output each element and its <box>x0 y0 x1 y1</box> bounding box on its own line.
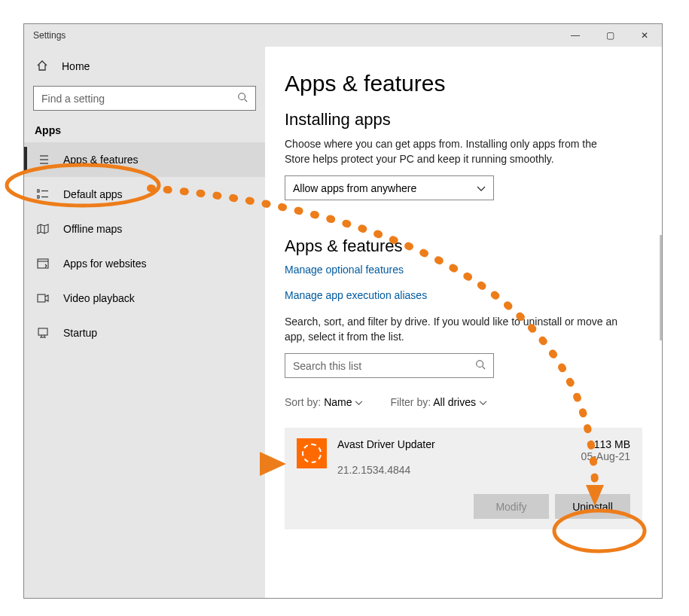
sidebar-item-apps-features[interactable]: Apps & features <box>24 142 265 177</box>
sidebar-item-apps-for-websites[interactable]: Apps for websites <box>24 246 265 281</box>
sidebar-item-label: Offline maps <box>63 223 122 235</box>
modify-button: Modify <box>474 494 549 519</box>
search-icon <box>237 92 248 105</box>
list-icon <box>36 154 50 165</box>
settings-window: Settings — ▢ ✕ Home Find a setting <box>23 23 663 599</box>
sidebar-item-label: Apps for websites <box>63 258 147 270</box>
installing-heading: Installing apps <box>285 110 642 130</box>
chevron-down-icon <box>355 396 363 408</box>
svg-rect-14 <box>38 294 45 302</box>
svg-line-1 <box>245 99 248 102</box>
sidebar-home[interactable]: Home <box>24 51 265 81</box>
apps-help: Search, sort, and filter by drive. If yo… <box>285 315 623 344</box>
app-search[interactable]: Search this list <box>285 353 494 378</box>
sort-control[interactable]: Sort by: Name <box>285 396 363 408</box>
svg-line-20 <box>483 367 486 370</box>
video-icon <box>36 293 50 303</box>
sidebar-search[interactable]: Find a setting <box>33 86 256 111</box>
startup-icon <box>36 328 50 338</box>
sidebar-item-label: Default apps <box>63 188 123 200</box>
sidebar-item-default-apps[interactable]: Default apps <box>24 177 265 212</box>
sidebar-item-label: Apps & features <box>63 154 139 166</box>
close-button[interactable]: ✕ <box>627 24 662 47</box>
maximize-button[interactable]: ▢ <box>593 24 627 47</box>
defaults-icon <box>36 189 50 200</box>
sidebar-item-label: Video playback <box>63 292 135 304</box>
sidebar-item-label: Startup <box>63 327 97 339</box>
chevron-down-icon <box>477 182 486 194</box>
svg-rect-15 <box>38 328 47 335</box>
installing-help: Choose where you can get apps from. Inst… <box>285 137 623 166</box>
svg-point-0 <box>239 93 245 100</box>
search-icon <box>475 359 486 372</box>
app-source-dropdown[interactable]: Allow apps from anywhere <box>285 175 494 200</box>
app-version: 21.2.1534.4844 <box>337 464 571 476</box>
sidebar-item-video-playback[interactable]: Video playback <box>24 281 265 316</box>
minimize-button[interactable]: — <box>558 24 593 47</box>
svg-rect-8 <box>37 190 39 192</box>
sidebar: Home Find a setting Apps Apps & features <box>24 47 265 598</box>
svg-rect-10 <box>37 196 39 198</box>
app-date: 05-Aug-21 <box>581 450 630 462</box>
manage-optional-link[interactable]: Manage optional features <box>285 264 642 276</box>
map-icon <box>36 224 50 234</box>
window-title: Settings <box>24 30 66 41</box>
main-panel: Apps & features Installing apps Choose w… <box>265 47 662 598</box>
app-name: Avast Driver Updater <box>337 438 571 450</box>
svg-point-19 <box>477 361 483 367</box>
uninstall-button[interactable]: Uninstall <box>555 494 630 519</box>
titlebar[interactable]: Settings — ▢ ✕ <box>24 24 662 47</box>
sidebar-group-apps: Apps <box>24 121 265 142</box>
sidebar-home-label: Home <box>62 60 90 72</box>
svg-rect-12 <box>38 259 48 268</box>
chevron-down-icon <box>479 396 487 408</box>
page-title: Apps & features <box>285 71 642 96</box>
websites-icon <box>36 258 50 269</box>
sidebar-item-startup[interactable]: Startup <box>24 316 265 350</box>
dropdown-value: Allow apps from anywhere <box>293 182 416 194</box>
app-size: 113 MB <box>581 438 630 450</box>
home-icon <box>36 59 48 74</box>
manage-aliases-link[interactable]: Manage app execution aliases <box>285 289 642 301</box>
app-list-item[interactable]: Avast Driver Updater 21.2.1534.4844 113 … <box>285 428 642 529</box>
app-search-placeholder: Search this list <box>293 360 361 372</box>
sidebar-item-offline-maps[interactable]: Offline maps <box>24 212 265 246</box>
filter-control[interactable]: Filter by: All drives <box>390 396 487 408</box>
apps-features-heading: Apps & features <box>285 236 642 256</box>
scrollbar[interactable] <box>660 235 662 340</box>
app-icon <box>297 438 327 468</box>
sidebar-search-placeholder: Find a setting <box>41 93 105 105</box>
